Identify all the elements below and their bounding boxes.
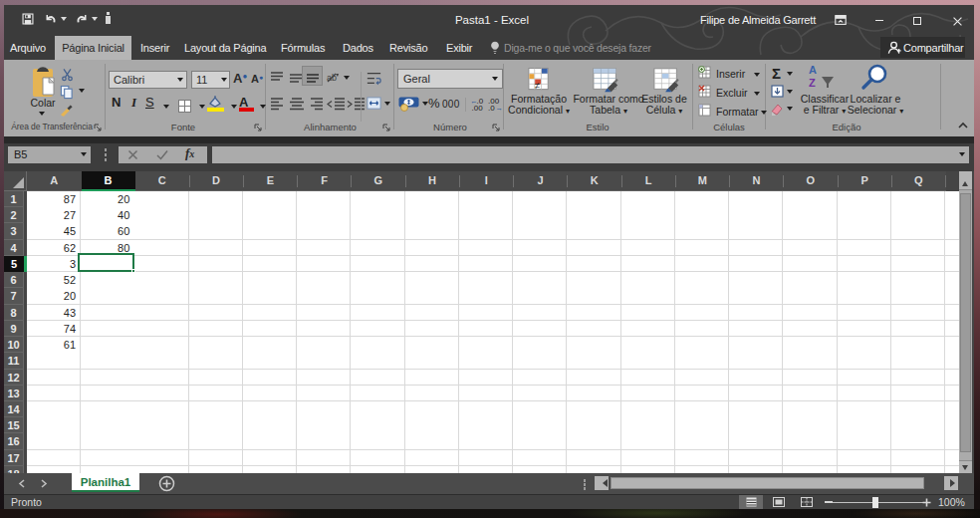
svg-text:.00: .00 — [472, 104, 484, 111]
svg-text:Z: Z — [809, 77, 816, 89]
svg-text:.0: .0 — [488, 104, 495, 111]
svg-text:≠: ≠ — [535, 80, 540, 91]
svg-text:→: → — [496, 104, 504, 112]
svg-text:A: A — [809, 64, 817, 76]
svg-text:ab: ab — [327, 73, 337, 83]
